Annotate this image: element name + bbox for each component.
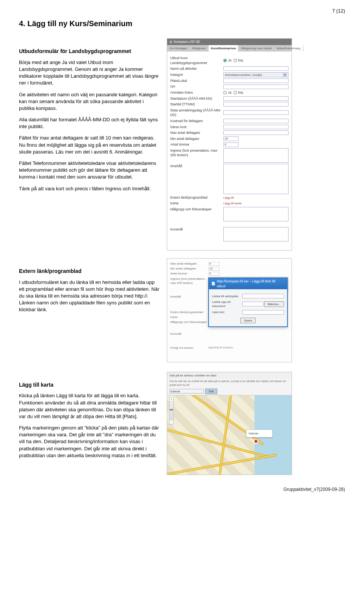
zoom-out-icon[interactable]: −	[169, 420, 173, 424]
bg-timmar: Antal timmar	[170, 271, 208, 276]
lbl-darav: Därav kost	[170, 125, 223, 130]
sel-kategori[interactable]: Animalieproduktion, husdjur	[223, 72, 289, 77]
section2-p1: I utbudsformuläret kan du länka till en …	[19, 279, 159, 313]
save-button[interactable]: Spara	[240, 318, 255, 323]
inp-namn[interactable]	[223, 66, 289, 71]
lbl-karta: Karta	[170, 201, 223, 206]
page-heading: 4. Lägg till ny Kurs/Seminarium	[19, 18, 345, 29]
radio-anm-ja-label: Ja	[228, 90, 232, 95]
bg-min: Min antal deltagare	[170, 266, 208, 271]
form-screenshot: ◎ kompass.LRF.SE Om företaget Rådgivare …	[167, 38, 292, 251]
lbl-anmalan: Anmälan krävs	[170, 90, 223, 95]
upload-dialog: 📄 http://kompass.lrf.se/ – Lägg till län…	[208, 277, 288, 327]
link-karta[interactable]: Lägg till karta	[223, 201, 242, 205]
map-head: Sök på en adress och/eller en stad	[167, 372, 292, 379]
section1-p5: Fältet Telefonnummer aktivitetetsledare …	[19, 160, 159, 181]
inp-starttid[interactable]	[223, 102, 289, 107]
lbl-extern: Extern länk/programblad	[170, 195, 223, 200]
radio-nej-label: Nej	[238, 58, 243, 63]
radio-nej[interactable]	[234, 59, 237, 62]
map-sub: Om du inte har du möblet för att söka på…	[167, 379, 292, 388]
radio-ja-label: Ja	[228, 58, 232, 63]
dlg-f2: Ladda upp ett dokument	[212, 300, 242, 308]
lbl-namn: Namn på aktivitet	[170, 66, 223, 71]
lbl-timmar: Antal timmar	[170, 142, 223, 147]
bg-min-inp[interactable]: 10	[208, 267, 220, 271]
lbl-kostnad: Kostnad för deltagare	[170, 119, 223, 124]
site-header: ◎ kompass.LRF.SE	[167, 39, 292, 45]
lbl-starttid: Starttid (TT:MM)	[170, 102, 223, 107]
ta-ingress[interactable]	[223, 148, 289, 163]
dlg-f3-inp[interactable]	[242, 310, 284, 315]
section3-title: Lägg till karta	[19, 381, 159, 389]
zoom-slider[interactable]	[169, 401, 173, 420]
section1-title: Utbudsformulär för Landsbygdsprogrammet	[19, 48, 159, 55]
dialog-title-bar: 📄 http://kompass.lrf.se/ – Lägg till län…	[209, 278, 287, 289]
map-canvas[interactable]: + − Kalmar	[167, 395, 292, 475]
lbl-utbud: Utbud inom Landsbygdsprogrammet	[170, 56, 223, 65]
ta-innehall[interactable]	[223, 164, 289, 194]
dlg-f2-inp[interactable]	[242, 302, 264, 306]
bg-timmar-inp[interactable]: 5	[208, 272, 220, 276]
lbl-sista: Sista anmälningsdag (ÅÅÅÅ-MM-DD)	[170, 108, 223, 118]
bg-ovrigt: Övrigt om kursen	[170, 346, 208, 350]
inp-darav[interactable]	[223, 125, 289, 129]
bg-kursmal: Kursmål	[170, 332, 208, 336]
inp-plats[interactable]	[223, 78, 289, 83]
inp-max[interactable]	[223, 130, 289, 135]
lbl-kursmal: Kursmål	[170, 227, 223, 232]
radio-ja[interactable]	[223, 59, 227, 62]
section3-p2: Flytta markeringen genom att "klicka" på…	[19, 425, 159, 459]
radio-anm-ja[interactable]	[223, 91, 227, 94]
map-search-button[interactable]: Sök	[205, 389, 217, 394]
bg-extern: Extern länk/programblad	[170, 310, 208, 314]
section1-p2: Ge aktiviteten ett namn och välj en pass…	[19, 91, 159, 112]
section2-title: Extern länk/programblad	[19, 268, 159, 275]
lbl-ort: Ort	[170, 84, 223, 89]
tab-0[interactable]: Om företaget	[167, 45, 190, 52]
inp-timmar[interactable]: 5	[223, 143, 238, 147]
inp-kostnad[interactable]	[223, 119, 289, 123]
map-info-bubble: Kalmar	[246, 429, 273, 437]
radio-anm-nej[interactable]	[234, 91, 237, 94]
bg-max-inp[interactable]: 9	[208, 262, 220, 266]
section1-p6: Tänk på att vara kort och precis i fälte…	[19, 185, 159, 192]
inp-sista[interactable]	[223, 110, 289, 115]
page-number: 7 (12)	[19, 8, 345, 14]
browse-button[interactable]: Bläddra...	[264, 301, 284, 307]
lbl-plats: Plats/Lokal	[170, 78, 223, 83]
inp-min[interactable]: 10	[223, 136, 238, 141]
globe-icon: ◎	[169, 39, 173, 44]
map-search-input[interactable]: Kalmar	[169, 389, 204, 393]
section3-p1: Klicka på länken Lägg till karta för att…	[19, 392, 159, 420]
page-icon: 📄	[211, 281, 215, 286]
tab-3[interactable]: Rådgivning med besök	[238, 45, 274, 52]
lbl-min: Min antal deltagare	[170, 136, 223, 141]
dlg-f1-inp[interactable]	[242, 294, 284, 298]
bg-max: Max antal deltagare	[170, 262, 208, 266]
map-zoom-control[interactable]: + −	[169, 397, 174, 425]
tab-bar: Om företaget Rådgivare Kurs/Seminarium R…	[167, 45, 292, 52]
tab-1[interactable]: Rådgivare	[190, 45, 209, 52]
ta-malgrupp[interactable]	[223, 207, 289, 221]
section1-p1: Börja med att ange Ja vid valet Utbud in…	[19, 59, 159, 87]
bg-innehall: Innehåll	[170, 295, 208, 299]
page-footer: Gruppaktivitet_v7(2009-09-28)	[19, 486, 345, 493]
section1-p3: Alla datumfält har formatet ÅÅÅÅ-MM-DD o…	[19, 116, 159, 130]
site-title: kompass.LRF.SE	[174, 39, 200, 44]
tab-2[interactable]: Kurs/Seminarium	[209, 45, 238, 52]
tab-4[interactable]: Möte/Evenemang	[275, 45, 303, 52]
lbl-max: Max antal deltagare	[170, 130, 223, 135]
road-decor	[169, 395, 264, 445]
zoom-in-icon[interactable]: +	[169, 398, 173, 401]
inp-ort[interactable]	[223, 85, 289, 89]
lbl-malgrupp: Målgrupp och förkunskaper	[170, 207, 223, 212]
section1-p4: Fältet för max antal deltagare är satt t…	[19, 135, 159, 155]
map-screenshot: Sök på en adress och/eller en stad Om du…	[167, 372, 292, 475]
bg-karta: Karta	[170, 315, 208, 319]
bg-ovrigt-txt: Ingenting är kursprov.	[208, 346, 289, 350]
inp-start[interactable]	[223, 96, 289, 101]
dlg-f3: Länk text	[212, 310, 242, 314]
ta-kursmal[interactable]	[223, 227, 289, 241]
link-extern[interactable]: Lägg till	[223, 196, 234, 200]
